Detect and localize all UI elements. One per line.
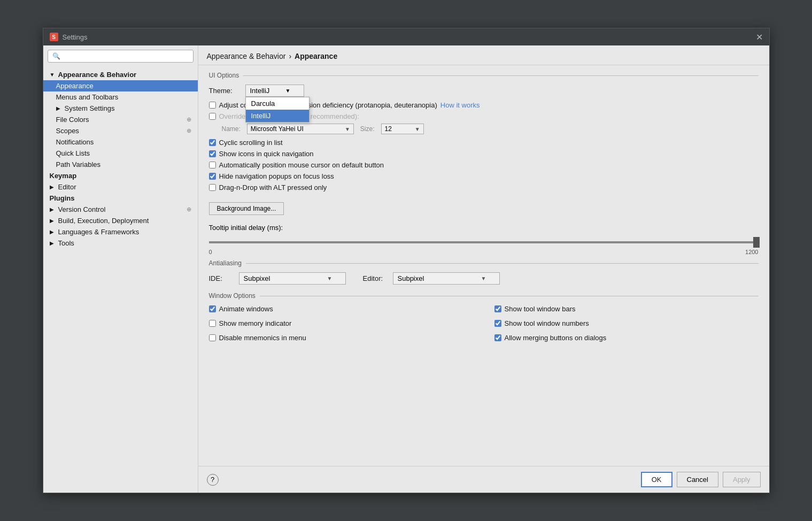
show-tool-numbers-label: Show tool window numbers [505,319,589,327]
sidebar-item-label: Scopes [56,127,79,135]
sidebar-item-label: Appearance & Behavior [58,71,137,79]
sidebar-item-path-variables[interactable]: Path Variables [43,159,198,170]
drag-drop-row: Drag-n-Drop with ALT pressed only [209,183,759,191]
theme-option-darcula[interactable]: Darcula [246,97,309,110]
editor-antialiasing-value: Subpixel [398,274,424,282]
sidebar-item-appearance[interactable]: Appearance [43,80,198,91]
sidebar-item-label: Tools [58,239,74,247]
settings-window: S Settings ✕ 🔍 ▼ Appearance & Behavior A… [43,28,770,493]
chevron-down-icon: ▼ [327,275,332,281]
expand-arrow-icon: ▶ [50,206,56,212]
font-size-select[interactable]: 12 ▼ [381,124,424,134]
sidebar-item-appearance-behavior[interactable]: ▼ Appearance & Behavior [43,69,198,80]
theme-option-intellij[interactable]: IntelliJ [246,110,309,122]
help-button[interactable]: ? [207,474,219,486]
ide-antialiasing-select[interactable]: Subpixel ▼ [239,272,346,285]
sidebar-item-label: System Settings [65,104,115,112]
font-size-value: 12 [385,125,392,133]
animate-windows-checkbox[interactable] [209,305,216,312]
chevron-down-icon: ▼ [415,126,420,132]
cyclic-scrolling-row: Cyclic scrolling in list [209,139,759,147]
main-panel: Appearance & Behavior › Appearance UI Op… [198,45,769,493]
breadcrumb-current: Appearance [295,52,337,60]
sidebar-item-label: Plugins [50,194,75,202]
animate-windows-row: Animate windows [209,305,473,313]
editor-label: Editor: [363,274,384,282]
adjust-colors-checkbox[interactable] [209,102,216,109]
auto-position-row: Automatically position mouse cursor on d… [209,161,759,169]
background-image-button[interactable]: Background Image... [209,202,284,215]
show-memory-row: Show memory indicator [209,319,473,327]
tooltip-delay-section: Tooltip initial delay (ms): 0 1200 [209,224,759,255]
antialiasing-row: IDE: Subpixel ▼ Editor: Subpixel ▼ [209,272,759,285]
title-bar-left: S Settings [50,33,88,41]
editor-antialiasing-select[interactable]: Subpixel ▼ [393,272,500,285]
show-memory-label: Show memory indicator [219,319,292,327]
font-name-select[interactable]: Microsoft YaHei UI ▼ [247,124,354,134]
animate-windows-label: Animate windows [219,305,273,313]
title-bar: S Settings ✕ [43,28,769,45]
sidebar-item-build-execution[interactable]: ▶ Build, Execution, Deployment [43,215,198,226]
hide-nav-popups-checkbox[interactable] [209,173,216,180]
auto-position-checkbox[interactable] [209,162,216,168]
search-input[interactable] [63,52,189,60]
window-title: Settings [63,33,88,41]
theme-dropdown-button[interactable]: IntelliJ ▼ [245,85,304,97]
slider-thumb[interactable] [753,237,760,248]
theme-row: Theme: IntelliJ ▼ Darcula IntelliJ [209,85,759,97]
sidebar-item-keymap[interactable]: Keymap [43,170,198,181]
show-tool-bars-checkbox[interactable] [494,305,501,312]
sidebar-item-notifications[interactable]: Notifications [43,136,198,148]
hide-nav-popups-label: Hide navigation popups on focus loss [219,172,334,180]
sidebar-item-label: Appearance [56,82,94,90]
sidebar-item-tools[interactable]: ▶ Tools [43,237,198,249]
main-header: Appearance & Behavior › Appearance [198,45,769,65]
sidebar-item-plugins[interactable]: Plugins [43,193,198,204]
cyclic-scrolling-checkbox[interactable] [209,139,216,146]
disable-mnemonics-label: Disable mnemonics in menu [219,334,306,342]
show-icons-checkbox[interactable] [209,150,216,157]
allow-merging-checkbox[interactable] [494,334,501,341]
sidebar-item-menus-toolbars[interactable]: Menus and Toolbars [43,91,198,103]
settings-content: UI Options Theme: IntelliJ ▼ Darcula Int… [198,65,769,466]
cancel-button[interactable]: Cancel [677,472,718,487]
ok-button[interactable]: OK [641,472,672,487]
show-tool-numbers-checkbox[interactable] [494,320,501,327]
sidebar-item-label: Keymap [50,172,77,180]
sidebar-item-label: Path Variables [56,160,101,168]
window-options-grid: Animate windows Show tool window bars Sh… [209,305,759,345]
sidebar-item-label: Menus and Toolbars [56,93,119,101]
search-icon: 🔍 [52,52,60,60]
footer-left: ? [207,474,219,486]
expand-arrow-icon: ▶ [50,229,56,235]
show-tool-numbers-row: Show tool window numbers [494,319,759,327]
close-button[interactable]: ✕ [756,32,763,42]
expand-arrow-icon: ▼ [50,72,56,78]
font-settings-row: Name: Microsoft YaHei UI ▼ Size: 12 ▼ [222,124,759,134]
theme-selected-value: IntelliJ [250,87,270,95]
theme-dropdown-menu: Darcula IntelliJ [245,97,310,122]
drag-drop-checkbox[interactable] [209,184,216,191]
sidebar-item-label: Version Control [58,205,106,213]
expand-arrow-icon: ▶ [50,184,56,190]
how-it-works-link[interactable]: How it works [440,101,480,109]
sidebar-item-languages-frameworks[interactable]: ▶ Languages & Frameworks [43,226,198,237]
copy-icon: ⊕ [187,116,191,123]
disable-mnemonics-checkbox[interactable] [209,334,216,341]
font-size-label: Size: [360,125,375,133]
sidebar-item-system-settings[interactable]: ▶ System Settings [43,103,198,114]
breadcrumb-parent: Appearance & Behavior [207,52,286,60]
sidebar-item-file-colors[interactable]: File Colors ⊕ [43,114,198,125]
sidebar-item-version-control[interactable]: ▶ Version Control ⊕ [43,204,198,215]
search-box[interactable]: 🔍 [48,50,194,63]
sidebar-item-editor[interactable]: ▶ Editor [43,181,198,193]
sidebar-item-scopes[interactable]: Scopes ⊕ [43,125,198,136]
sidebar-item-quick-lists[interactable]: Quick Lists [43,148,198,159]
sidebar-item-label: Build, Execution, Deployment [58,217,149,225]
theme-dropdown[interactable]: IntelliJ ▼ Darcula IntelliJ [245,85,304,97]
copy-icon: ⊕ [187,127,191,134]
apply-button[interactable]: Apply [723,472,761,487]
copy-icon: ⊕ [187,206,191,213]
override-fonts-checkbox[interactable] [209,113,216,120]
show-memory-checkbox[interactable] [209,320,216,327]
